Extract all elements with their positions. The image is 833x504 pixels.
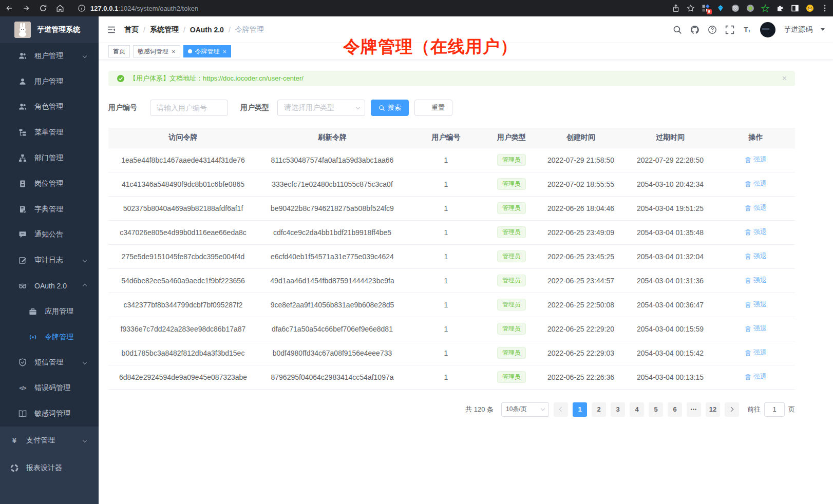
page-button-4[interactable]: 4: [630, 402, 644, 417]
sidebar-item-sms[interactable]: 短信管理: [0, 350, 99, 376]
fullscreen-icon[interactable]: [725, 25, 734, 34]
user-type-select[interactable]: 请选择用户类型: [277, 100, 365, 116]
user-type-badge: 管理员: [497, 347, 526, 358]
refresh-token-cell: be90422b8c7946218275a508bf524fc9: [258, 196, 407, 220]
star-green-icon[interactable]: [761, 4, 769, 12]
goto-page-input[interactable]: [764, 402, 785, 417]
home-icon[interactable]: [56, 4, 64, 12]
breadcrumb-item[interactable]: 系统管理: [150, 25, 179, 34]
table-row: 6d842e2924594de9a09e45e087323abe8796295f…: [108, 365, 795, 389]
tab-label: 首页: [113, 47, 125, 56]
page-button-12[interactable]: 12: [706, 402, 720, 417]
github-icon[interactable]: [690, 25, 699, 34]
bookmark-star-icon[interactable]: [687, 4, 695, 12]
sidebar-item-post[interactable]: 岗位管理: [0, 171, 99, 197]
reset-button[interactable]: 重置: [414, 100, 452, 116]
trash-icon: [745, 229, 751, 236]
sidebar-item-oauth2[interactable]: OAuth 2.0: [0, 273, 99, 299]
page-button-2[interactable]: 2: [592, 402, 606, 417]
force-logout-button[interactable]: 强退: [745, 300, 767, 309]
sidebar-item-user[interactable]: 用户管理: [0, 69, 99, 94]
page-size-select[interactable]: 10条/页: [501, 402, 549, 417]
search-icon[interactable]: [673, 25, 682, 34]
sidebar-item-menu[interactable]: 菜单管理: [0, 120, 99, 145]
app-logo[interactable]: 芋道管理系统: [0, 16, 99, 43]
breadcrumb-item[interactable]: 首页: [124, 25, 139, 34]
force-logout-button[interactable]: 强退: [745, 348, 767, 357]
sidebar-item-role[interactable]: 角色管理: [0, 94, 99, 120]
browser-actions: 9: [672, 4, 829, 12]
record-circle-icon[interactable]: [746, 4, 754, 12]
sidebar-menu: 租户管理用户管理角色管理菜单管理部门管理岗位管理字典管理通知公告审计日志OAut…: [0, 43, 99, 504]
share-icon[interactable]: [672, 4, 680, 12]
page-ellipsis[interactable]: •••: [687, 402, 701, 417]
force-logout-button[interactable]: 强退: [745, 203, 767, 212]
sidebar-item-audit-log[interactable]: 审计日志: [0, 247, 99, 273]
next-page-button[interactable]: [725, 402, 739, 417]
page-button-5[interactable]: 5: [649, 402, 663, 417]
user-menu-caret-icon[interactable]: [821, 28, 825, 31]
tab-敏感词管理[interactable]: 敏感词管理×: [133, 45, 180, 57]
alert-close-icon[interactable]: ×: [782, 74, 787, 83]
message-icon: [18, 230, 27, 239]
forward-icon[interactable]: [22, 4, 30, 12]
tab-首页[interactable]: 首页: [108, 45, 130, 57]
command-circle-icon[interactable]: [731, 4, 740, 12]
access-token-cell: c342377bf8b344799dcbf7bf095287f2: [108, 293, 258, 317]
sidebar-item-pay[interactable]: ¥支付管理: [0, 427, 99, 454]
reader-split-icon[interactable]: [791, 4, 799, 12]
prev-page-button[interactable]: [554, 402, 568, 417]
sidebar-item-tenant[interactable]: 租户管理: [0, 43, 99, 69]
sidebar-item-dept[interactable]: 部门管理: [0, 145, 99, 171]
sidebar-item-notice[interactable]: 通知公告: [0, 222, 99, 248]
reload-icon[interactable]: [39, 4, 47, 12]
force-logout-button[interactable]: 强退: [745, 179, 767, 188]
gem-icon[interactable]: [716, 4, 725, 12]
extension-grid-icon[interactable]: 9: [702, 4, 710, 12]
force-logout-button[interactable]: 强退: [745, 324, 767, 333]
user-avatar[interactable]: [760, 22, 775, 37]
address-bar[interactable]: 127.0.0.1:1024/system/oauth2/token: [78, 4, 198, 12]
force-logout-button[interactable]: 强退: [745, 155, 767, 164]
sidebar-item-sensitive-word[interactable]: 敏感词管理: [0, 401, 99, 427]
sidebar-item-oauth2-app[interactable]: 应用管理: [0, 299, 99, 324]
search-button[interactable]: 搜索: [371, 100, 409, 116]
sidebar-item-report[interactable]: 报表设计器: [0, 454, 99, 482]
font-size-icon[interactable]: TT: [743, 25, 752, 34]
force-logout-button[interactable]: 强退: [745, 276, 767, 285]
action-cell: 强退: [716, 244, 795, 268]
alert-doc-link[interactable]: https://doc.iocoder.cn/user-center/: [203, 74, 304, 82]
help-icon[interactable]: [708, 25, 717, 34]
force-logout-button[interactable]: 强退: [745, 227, 767, 237]
user-id-input[interactable]: [150, 100, 228, 116]
user-id-cell: 1: [407, 220, 485, 244]
sidebar-collapse-icon[interactable]: [107, 25, 116, 34]
command-circle-glyph: [731, 4, 740, 12]
refresh-token-cell: cdfc4ce9c2da4bb1bdf21b9918ff4be5: [258, 220, 407, 244]
user-id-cell: 1: [407, 172, 485, 196]
breadcrumb-item[interactable]: OAuth 2.0: [190, 26, 224, 34]
info-icon[interactable]: [78, 4, 86, 12]
emoji-icon[interactable]: [806, 4, 814, 12]
tab-close-icon[interactable]: ×: [172, 48, 176, 55]
force-logout-button[interactable]: 强退: [745, 372, 767, 381]
page-button-3[interactable]: 3: [611, 402, 625, 417]
refresh-token-cell: e6cfd40eb1f54571a31e775e039c4624: [258, 244, 407, 268]
back-icon[interactable]: [5, 4, 13, 12]
force-logout-button[interactable]: 强退: [745, 251, 767, 261]
action-cell: 强退: [716, 220, 795, 244]
refresh-token-cell: dfa6c71a50a54c66bef706ef9e6e8d81: [258, 317, 407, 341]
user-type-cell: 管理员: [485, 244, 538, 268]
browser-menu-icon[interactable]: [821, 4, 829, 12]
page-button-1[interactable]: 1: [573, 402, 587, 417]
username[interactable]: 芋道源码: [784, 25, 812, 34]
puzzle-icon[interactable]: [776, 4, 784, 12]
sidebar-item-dict[interactable]: 字典管理: [0, 197, 99, 222]
tab-令牌管理[interactable]: 令牌管理×: [183, 45, 232, 57]
tab-close-icon[interactable]: ×: [223, 48, 227, 55]
sidebar-item-oauth2-token[interactable]: 令牌管理: [0, 324, 99, 350]
screen: 127.0.0.1:1024/system/oauth2/token 9 芋道管…: [0, 0, 833, 504]
page-button-6[interactable]: 6: [668, 402, 682, 417]
sidebar-item-error-code[interactable]: </>错误码管理: [0, 375, 99, 401]
open-book-icon: [18, 410, 27, 418]
